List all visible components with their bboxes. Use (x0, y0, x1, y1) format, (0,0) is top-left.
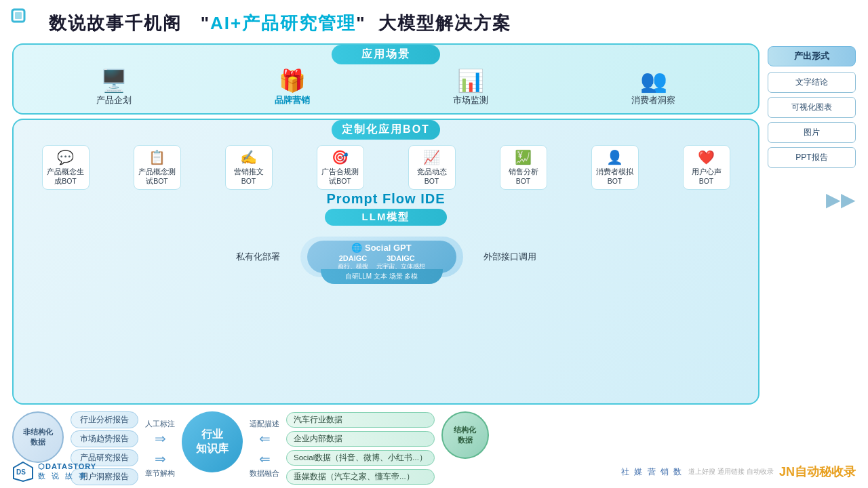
manual-label-block: 人工标注 ⇒ (145, 419, 175, 447)
output-item-2: 图片 (768, 122, 856, 143)
bot-item-7: ❤️ 用户心声BOT (683, 145, 730, 190)
bot-icon-5: 💹 (515, 149, 532, 165)
datastory-cn-label: 数 说 故 事 (38, 471, 96, 481)
bot-item-4: 📈 竞品动态BOT (408, 145, 456, 190)
bot-label-3: 广告合规测试BOT (321, 167, 359, 186)
cloud-section: 私有化部署 🌐 Social GPT 2DAIGC 画行、模搜 3DAIGC (22, 228, 750, 287)
bot-item-6: 👤 消费者模拟BOT (591, 145, 639, 190)
cloud-inner-shape: 🌐 Social GPT 2DAIGC 画行、模搜 3DAIGC 元宇宙、立体感… (307, 241, 456, 273)
scene-label-product: 产品企划 (96, 94, 132, 106)
scene-item-brand: 🎁 品牌营销 (275, 70, 310, 106)
data-item-1: 企业内部数据 (286, 431, 435, 447)
bot-item-2: ✍️ 营销推文BOT (225, 145, 273, 190)
bot-icon-7: ❤️ (698, 149, 715, 165)
scene-item-product: 🖥️ 产品企划 (96, 70, 132, 106)
logo-icon (11, 8, 41, 38)
right-output-panel: 产出形式 文字结论 可视化图表 图片 PPT报告 ▶▶ (768, 43, 856, 485)
bot-label-7: 用户心声BOT (692, 167, 722, 186)
llm-bar: LLM模型 (325, 209, 447, 226)
external-api-label: 外部接口调用 (484, 251, 536, 263)
cloud-bottom-text: 自研LLM 文本 场景 多模 (345, 272, 418, 281)
output-title: 产出形式 (768, 46, 856, 66)
adapt-label: 适配描述 (250, 419, 279, 429)
page-title: 数说故事千机阁 "AI+产品研究管理" 大模型解决方案 (49, 12, 511, 35)
product-planning-icon: 🖥️ (100, 70, 127, 92)
bot-icon-3: 🎯 (332, 149, 349, 165)
bot-item-0: 💬 产品概念生成BOT (42, 145, 90, 190)
cloud-graphic: 🌐 Social GPT 2DAIGC 画行、模搜 3DAIGC 元宇宙、立体感… (300, 230, 463, 284)
scene-items: 🖥️ 产品企划 🎁 品牌营销 📊 市场监测 👥 消费者洞察 (24, 70, 747, 106)
bot-label-6: 消费者模拟BOT (596, 167, 633, 186)
app-scene-section: 应用场景 🖥️ 产品企划 🎁 品牌营销 📊 市场监测 👥 消费者洞察 (12, 43, 760, 115)
report-item-1: 市场趋势报告 (71, 430, 138, 447)
datastory-logo-icon: DS (12, 461, 34, 483)
prompt-flow-label: Prompt Flow IDE (327, 191, 446, 206)
bot-icon-1: 📋 (149, 149, 165, 165)
bot-section: 定制化应用BOT 💬 产品概念生成BOT 📋 产品概念测试BOT ✍️ 营销推文… (12, 119, 760, 405)
datastory-en-label: ⬡DATASTORY (38, 462, 96, 471)
output-item-1: 可视化图表 (768, 97, 856, 118)
bot-label-5: 销售分析BOT (509, 167, 538, 186)
app-scene-title: 应用场景 (332, 45, 440, 64)
bot-grid: 💬 产品概念生成BOT 📋 产品概念测试BOT ✍️ 营销推文BOT 🎯 广告合… (22, 145, 750, 190)
private-deploy-label: 私有化部署 (236, 251, 280, 263)
footer-right: 社 媒 营 销 数 道上好搜 通用链接 自动收录 JN自动秘收录 (621, 464, 856, 480)
unstructured-data-circle: 非结构化 数据 (12, 411, 64, 463)
output-item-3: PPT报告 (768, 147, 856, 168)
datastory-logo: DS ⬡DATASTORY 数 说 故 事 (12, 461, 96, 483)
footer: DS ⬡DATASTORY 数 说 故 事 社 媒 营 销 数 道上好搜 通用链… (12, 461, 856, 483)
output-arrows: ▶▶ (768, 188, 856, 211)
brand-marketing-icon: 🎁 (279, 70, 306, 92)
bot-section-title: 定制化应用BOT (332, 120, 440, 140)
consumer-insight-icon: 👥 (640, 70, 667, 92)
bot-label-0: 产品概念生成BOT (47, 167, 84, 186)
report-item-0: 行业分析报告 (71, 411, 138, 428)
main-content: 应用场景 🖥️ 产品企划 🎁 品牌营销 📊 市场监测 👥 消费者洞察 (0, 43, 868, 485)
center-area: 应用场景 🖥️ 产品企划 🎁 品牌营销 📊 市场监测 👥 消费者洞察 (12, 43, 760, 485)
scene-item-consumer: 👥 消费者洞察 (631, 70, 675, 106)
scene-item-market: 📊 市场监测 (453, 70, 488, 106)
bot-item-1: 📋 产品概念测试BOT (134, 145, 181, 190)
output-items: 文字结论 可视化图表 图片 PPT报告 (768, 72, 856, 168)
market-monitor-icon: 📊 (457, 70, 484, 92)
scene-label-market: 市场监测 (453, 94, 488, 106)
social-gpt-title: 🌐 Social GPT (351, 243, 411, 253)
scene-label-consumer: 消费者洞察 (631, 94, 675, 106)
bot-label-4: 竞品动态BOT (417, 167, 447, 186)
bot-item-5: 💹 销售分析BOT (500, 145, 547, 190)
manual-label: 人工标注 (145, 419, 175, 429)
left-arrow: ⇐ (259, 430, 271, 447)
footer-tags: 社 媒 营 销 数 (621, 466, 683, 478)
bot-label-2: 营销推文BOT (234, 167, 264, 186)
right-arrow: ⇒ (155, 430, 166, 447)
svg-text:DS: DS (16, 468, 26, 476)
scene-label-brand: 品牌营销 (275, 94, 310, 106)
output-item-0: 文字结论 (768, 72, 856, 93)
header: 数说故事千机阁 "AI+产品研究管理" 大模型解决方案 (0, 0, 868, 43)
cloud-bottom-bar: 自研LLM 文本 场景 多模 (321, 269, 443, 284)
bot-label-1: 产品概念测试BOT (138, 167, 176, 186)
prompt-flow-row: Prompt Flow IDE (22, 190, 750, 207)
data-item-0: 汽车行业数据 (286, 412, 435, 428)
svg-rect-1 (15, 12, 22, 19)
bot-icon-0: 💬 (57, 149, 74, 165)
bot-item-3: 🎯 广告合规测试BOT (317, 145, 364, 190)
bot-icon-4: 📈 (423, 149, 440, 165)
bot-icon-6: 👤 (606, 149, 623, 165)
adapt-label-block: 适配描述 ⇐ (250, 419, 279, 447)
bot-icon-2: ✍️ (240, 149, 257, 165)
jn-logo: JN自动秘收录 (779, 464, 856, 480)
footer-sub-text: 道上好搜 通用链接 自动收录 (688, 467, 774, 476)
structured-data-circle: 结构化 数据 (441, 411, 489, 459)
datastory-logo-text: ⬡DATASTORY 数 说 故 事 (38, 462, 96, 481)
